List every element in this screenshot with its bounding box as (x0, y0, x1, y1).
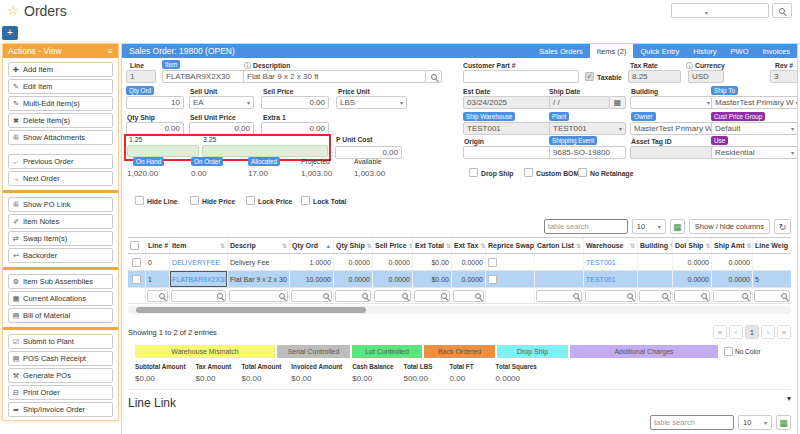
collapse-chevron-icon[interactable]: ▾ (787, 394, 791, 403)
no-retainage-checkbox[interactable]: ✓ (578, 168, 587, 177)
swap-items-button[interactable]: ⇄Swap Item(s) (8, 231, 113, 246)
tab-pwo[interactable]: PWO (724, 44, 756, 58)
col-line-weight[interactable]: Line Weig (753, 238, 791, 253)
page-prev-button[interactable]: ‹ (729, 325, 743, 339)
qty-ord-input[interactable] (126, 96, 184, 109)
next-order-button[interactable]: →Next Order (8, 171, 113, 186)
print-order-button[interactable]: ⊟Print Order (8, 385, 113, 400)
col-warehouse[interactable]: Warehouse⇅ (584, 238, 638, 253)
tax-rate-input[interactable] (628, 70, 681, 83)
col-qty-ship[interactable]: Qty Ship⇅ (334, 238, 373, 253)
tab-invoices[interactable]: Invoices (755, 44, 797, 58)
ship-date-calendar-button[interactable]: ▦ (609, 96, 626, 109)
tab-sales-orders[interactable]: Sales Orders (532, 44, 590, 58)
cell-warehouse-link[interactable]: TEST001 (584, 254, 638, 270)
column-filter-input[interactable] (374, 290, 411, 302)
page-size-select[interactable]: 10▾ (632, 219, 666, 234)
cust-price-group-select[interactable]: Default▾ (711, 122, 798, 135)
col-sell-price[interactable]: Sell Price⇅ (373, 238, 413, 253)
column-filter-input[interactable] (585, 290, 636, 302)
col-item[interactable]: Item⇅ (170, 238, 228, 253)
price-unit-select[interactable]: LBS▾ (336, 96, 407, 109)
column-filter-input[interactable] (754, 290, 790, 302)
plant-select[interactable]: TEST001▾ (549, 122, 626, 135)
column-filter-input[interactable] (414, 290, 450, 302)
tab-history[interactable]: History (686, 44, 723, 58)
select-all-checkbox[interactable]: ✓ (130, 241, 139, 250)
col-ext-tax[interactable]: Ext Tax⇅ (452, 238, 486, 253)
add-panel-button[interactable]: + (2, 26, 18, 40)
reprice-swap-checkbox[interactable]: ✓ (488, 275, 497, 284)
delete-items-button[interactable]: ✖Delete Item(s) (8, 113, 113, 128)
multi-edit-items-button[interactable]: ✎Multi-Edit Item(s) (8, 96, 113, 111)
scrollbar-thumb[interactable] (136, 307, 366, 313)
column-filter-input[interactable] (536, 290, 582, 302)
page-first-button[interactable]: « (713, 325, 727, 339)
highlight-a-input[interactable] (127, 145, 199, 157)
col-ext-total[interactable]: Ext Total⇅ (413, 238, 452, 253)
reprice-swap-checkbox[interactable]: ✓ (488, 258, 497, 267)
ship-date-input[interactable] (549, 96, 610, 109)
customer-part-input[interactable] (463, 70, 579, 83)
cell-item-link[interactable]: FLATBAR9X2X30 (170, 271, 228, 287)
global-search-input[interactable] (671, 3, 769, 18)
column-filter-input[interactable] (171, 290, 226, 302)
lock-total-checkbox[interactable]: ✓ (301, 196, 310, 205)
rev-input[interactable] (770, 70, 798, 83)
chevron-down-icon[interactable]: ▾ (705, 9, 708, 16)
sell-unit-select[interactable]: EA▾ (189, 96, 254, 109)
table-row[interactable]: ✓ 0 DELIVERYFEE Delivery Fee 1.0000 0.00… (128, 254, 791, 271)
column-filter-input[interactable] (674, 290, 710, 302)
actions-sidebar-header[interactable]: Actions - View ≡ (3, 44, 118, 58)
page-last-button[interactable]: » (777, 325, 791, 339)
column-filter-input[interactable] (453, 290, 484, 302)
row-checkbox[interactable]: ✓ (132, 258, 141, 267)
est-date-input[interactable] (463, 96, 562, 109)
drop-ship-checkbox[interactable]: ✓ (469, 168, 478, 177)
cell-warehouse-link[interactable]: TEST001 (584, 271, 638, 287)
submit-to-plant-button[interactable]: ☑Submit to Plant (8, 334, 113, 349)
add-item-button[interactable]: ✚Add Item (8, 62, 113, 77)
custom-bom-checkbox[interactable]: ✓ (524, 168, 533, 177)
line-input[interactable] (126, 70, 156, 83)
col-dol-ship[interactable]: Dol Ship⇅ (673, 238, 712, 253)
no-color-checkbox[interactable]: ✓ (724, 347, 733, 356)
line-link-search-input[interactable] (650, 415, 734, 430)
cell-item-link[interactable]: DELIVERYFEE (170, 254, 228, 270)
col-ship-amt[interactable]: Ship Amt⇅ (712, 238, 753, 253)
edit-item-button[interactable]: ✎Edit Item (8, 79, 113, 94)
description-search-button[interactable] (425, 70, 442, 83)
bill-of-material-button[interactable]: ▤Bill of Material (8, 308, 113, 323)
export-excel-button[interactable]: ▦ (670, 219, 685, 234)
building-select[interactable]: ▾ (630, 96, 714, 109)
show-po-link-button[interactable]: ✇Show PO Link (8, 197, 113, 212)
description-input[interactable] (243, 70, 426, 83)
tab-items[interactable]: Items (2) (590, 44, 634, 58)
hide-line-checkbox[interactable]: ✓ (135, 196, 144, 205)
tab-quick-entry[interactable]: Quick Entry (633, 44, 686, 58)
asset-tag-input[interactable] (630, 146, 714, 159)
col-line[interactable]: Line #⇅ (146, 238, 170, 253)
line-link-export-excel-button[interactable]: ▦ (776, 415, 791, 430)
table-row-selected[interactable]: ✓ 1 FLATBAR9X2X30 Flat Bar 9 x 2 x 30 ft… (128, 271, 791, 288)
ship-invoice-order-button[interactable]: ➦Ship/Invoice Order (8, 402, 113, 417)
generate-pos-button[interactable]: ⚒Generate POs (8, 368, 113, 383)
refresh-table-button[interactable]: ↻ (774, 219, 791, 234)
shipping-event-input[interactable] (549, 146, 626, 159)
highlight-b-input[interactable] (202, 145, 328, 157)
column-filter-input[interactable] (639, 290, 671, 302)
lock-price-checkbox[interactable]: ✓ (246, 196, 255, 205)
hide-price-checkbox[interactable]: ✓ (190, 196, 199, 205)
line-link-page-size-select[interactable]: 10▾ (738, 415, 772, 430)
col-building[interactable]: Building⇅ (638, 238, 673, 253)
global-search-button[interactable] (772, 3, 792, 18)
col-carton-list[interactable]: Carton List⇅ (535, 238, 584, 253)
column-filter-input[interactable] (335, 290, 371, 302)
show-hide-columns-button[interactable]: Show / hide columns (689, 219, 770, 234)
column-filter-input[interactable] (147, 290, 168, 302)
col-qty-ord[interactable]: Qty Ord▲ (290, 238, 334, 253)
taxable-checkbox[interactable]: ✓ (585, 72, 594, 81)
column-filter-input[interactable] (713, 290, 751, 302)
column-filter-input[interactable] (229, 290, 288, 302)
previous-order-button[interactable]: ←Previous Order (8, 154, 113, 169)
